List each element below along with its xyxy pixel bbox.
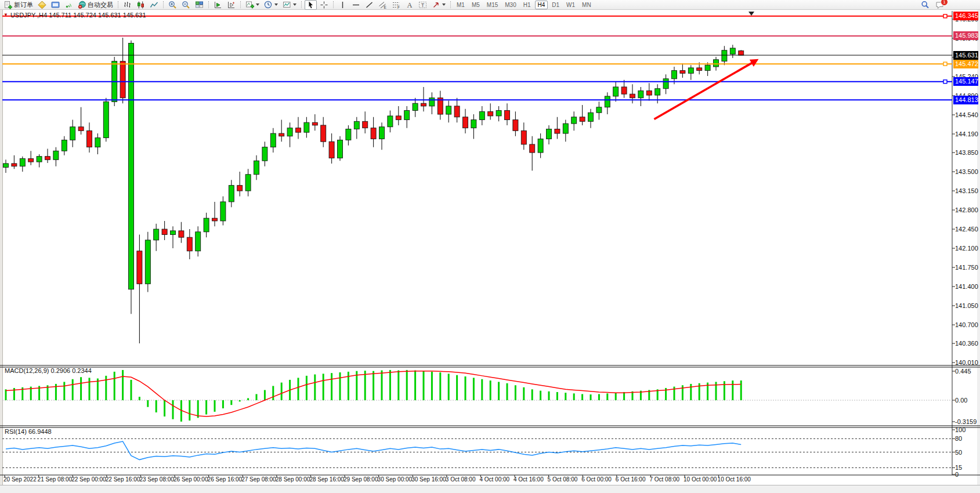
chart-title-row: ▼ USDJPY-,H4 145.711 145.724 145.631 145… — [3, 12, 146, 19]
diamond-icon — [38, 1, 46, 9]
periods-button[interactable] — [262, 0, 280, 10]
price-axis — [952, 19, 955, 362]
line-chart-icon — [150, 1, 158, 9]
crosshair-button[interactable] — [318, 0, 330, 10]
new-order-icon — [4, 1, 13, 9]
trendline-button[interactable] — [363, 0, 375, 10]
templates-icon — [283, 1, 291, 9]
window-icon — [51, 1, 60, 9]
trendline-icon — [365, 1, 374, 9]
hline-button[interactable] — [350, 0, 362, 10]
auto-scroll-icon — [214, 1, 222, 9]
toolbar-separator — [333, 1, 334, 8]
zoom-in-icon — [168, 1, 177, 9]
cursor-button[interactable] — [305, 0, 317, 10]
text-button[interactable]: A — [403, 0, 415, 10]
channel-button[interactable]: E — [377, 0, 389, 10]
rsi-label: RSI(14) 66.9448 — [5, 428, 52, 435]
chevron-down-icon[interactable] — [442, 3, 446, 6]
channel-icon: E — [378, 1, 387, 9]
svg-text:F: F — [397, 5, 400, 9]
candle-chart-icon — [136, 1, 145, 9]
arrows-icon — [432, 1, 440, 9]
notification-badge: 1 — [941, 0, 948, 6]
tile-windows-button[interactable] — [193, 0, 205, 10]
macd-label: MACD(12,26,9) 0.2906 0.2344 — [5, 367, 92, 374]
line-chart-button[interactable] — [148, 0, 160, 10]
chart-shift-button[interactable] — [225, 0, 237, 10]
hline-handle[interactable] — [943, 80, 947, 84]
svg-text:T: T — [421, 2, 425, 8]
fibonacci-button[interactable]: F — [390, 0, 402, 10]
toolbar-separator — [240, 1, 241, 8]
toolbar-right-group: 1 — [921, 1, 944, 12]
toolbar-separator — [208, 1, 209, 8]
tile-windows-icon — [195, 1, 204, 9]
chevron-down-icon[interactable] — [293, 3, 296, 6]
chart-canvas[interactable] — [0, 0, 980, 493]
cursor-icon — [306, 1, 315, 9]
chat-button[interactable]: 1 — [935, 1, 944, 12]
crosshair-icon — [320, 1, 328, 9]
hline-handle[interactable] — [943, 62, 947, 66]
macd-histogram — [5, 370, 742, 422]
trend-arrow[interactable] — [654, 61, 754, 119]
tf-m5[interactable]: M5 — [469, 1, 483, 9]
new-order-button-label: 新订单 — [14, 1, 33, 9]
autotrading-button-label: 自动交易 — [88, 1, 113, 9]
autotrading-icon — [78, 1, 86, 9]
candle-chart-button[interactable] — [135, 0, 147, 10]
arrows-button[interactable] — [430, 0, 447, 10]
chart-title: USDJPY-,H4 145.711 145.724 145.631 145.6… — [10, 12, 146, 19]
label-button[interactable]: T — [417, 0, 429, 10]
fibonacci-icon: F — [392, 1, 400, 9]
tf-h4[interactable]: H4 — [535, 1, 548, 9]
candles — [3, 38, 744, 343]
svg-text:A: A — [407, 1, 413, 9]
styler-button[interactable] — [36, 0, 48, 10]
templates-button[interactable] — [281, 0, 298, 10]
zoom-out-button[interactable] — [180, 0, 192, 10]
tf-h1[interactable]: H1 — [520, 1, 534, 9]
hline-handle[interactable] — [943, 14, 947, 18]
svg-text:E: E — [384, 5, 387, 9]
symbol-marker-icon: ▼ — [3, 13, 8, 17]
signal-icon — [64, 1, 73, 9]
zoom-out-icon — [182, 1, 190, 9]
rsi-line — [6, 441, 741, 460]
indicators-icon — [245, 1, 254, 9]
toolbar-separator — [301, 1, 302, 8]
tf-m1[interactable]: M1 — [454, 1, 468, 9]
chart-shift-marker[interactable] — [748, 12, 754, 16]
clock-icon — [264, 1, 273, 9]
text-icon: A — [405, 1, 414, 9]
tf-d1[interactable]: D1 — [549, 1, 562, 9]
hline-icon — [352, 1, 360, 9]
vline-icon — [338, 1, 347, 9]
tf-mn[interactable]: MN — [579, 1, 594, 9]
new-order-button[interactable]: 新订单 — [2, 0, 35, 10]
autotrading-button[interactable]: 自动交易 — [76, 0, 115, 10]
bar-chart-icon — [123, 1, 132, 9]
toolbar-separator — [118, 1, 118, 8]
toolbar-separator — [450, 1, 451, 8]
auto-scroll-button[interactable] — [212, 0, 224, 10]
bar-chart-button[interactable] — [121, 0, 133, 10]
toolbar-separator — [163, 1, 164, 8]
chevron-down-icon[interactable] — [256, 3, 259, 6]
search-icon — [921, 1, 930, 9]
chevron-down-icon[interactable] — [274, 3, 278, 6]
tf-m15[interactable]: M15 — [484, 1, 501, 9]
zoom-in-button[interactable] — [167, 0, 179, 10]
toolbar: 新订单自动交易EFATM1M5M15M30H1H4D1W1MN1 — [0, 0, 980, 10]
tf-w1[interactable]: W1 — [563, 1, 578, 9]
charts-window-button[interactable] — [49, 0, 62, 10]
signals-button[interactable] — [63, 0, 75, 10]
tf-m30[interactable]: M30 — [502, 1, 519, 9]
search-button[interactable] — [921, 1, 930, 12]
label-icon: T — [418, 1, 427, 9]
vline-button[interactable] — [337, 0, 349, 10]
indicators-button[interactable] — [244, 0, 261, 10]
chart-shift-icon — [227, 1, 236, 9]
